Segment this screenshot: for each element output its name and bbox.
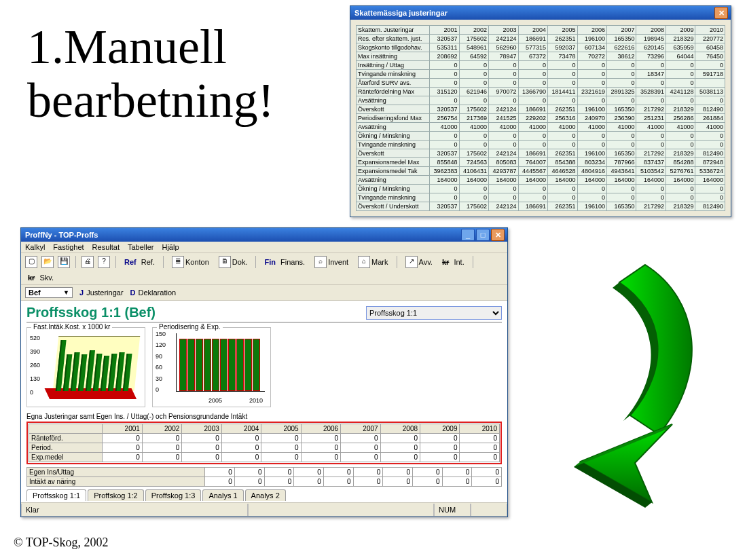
farm-selector[interactable]: Proffsskog 1:1 [366,306,502,320]
document-title: Proffsskog 1:1 (Bef) [26,305,156,320]
document-header: Proffsskog 1:1 (Bef) Proffsskog 1:1 [26,305,502,323]
dok-icon: 🗎 [219,256,231,268]
int-button[interactable]: kr Int. [439,257,467,267]
konton-button[interactable]: ≣Konton [169,255,212,269]
table-row: Insättning / Uttag0000000000 [357,61,725,70]
tab-1[interactable]: Proffskog 1:2 [88,489,144,501]
heading-line2: bearbetning! [27,73,274,128]
menu-resultat[interactable]: Resultat [92,243,120,251]
table-row: Max insättning20869264592789476737273478… [357,52,725,61]
table-row[interactable]: Intäkt av näring0000000000 [27,477,502,487]
table-row: Ökning / Minskning0000000000 [357,132,725,141]
table-row: Ökning / Minskning0000000000 [357,185,725,193]
tab-4[interactable]: Analys 2 [245,489,286,501]
table-row: Avsättning164000164000164000164000164000… [357,176,725,185]
window-proffny: ProffNy - TOP-Proffs _ □ ✕ KalkylFastigh… [20,227,508,517]
chart1-box: Fast.Intäk.Kost. x 1000 kr 0130260390520 [26,327,145,407]
save-icon[interactable]: 💾 [58,256,70,268]
chart1: 0130260390520 [30,329,142,404]
table-row: Överskott3205371756022421241866912623511… [357,149,725,158]
table-row: Överskott3205371756022421241866912623511… [357,105,725,114]
menu-fastighet[interactable]: Fastighet [53,243,84,251]
print-icon[interactable]: 🖨 [81,256,94,268]
table-row[interactable]: Egen Ins/Uttag0000000000 [27,468,502,477]
window1-title: ProffNy - TOP-Proffs [25,231,98,239]
income-grid[interactable]: Egen Ins/Uttag0000000000Intäkt av näring… [26,467,502,487]
table-row: Avsättning0000000000 [357,96,725,105]
table-row: Res. efter skattem. just.320537175602242… [357,35,725,43]
chevron-down-icon: ▼ [63,289,69,296]
tab-3[interactable]: Analys 1 [202,489,243,501]
dok-button[interactable]: 🗎Dok. [216,255,251,269]
table-row: Expansionsmedel Max855848724563805083764… [357,158,725,167]
mark-button[interactable]: ⌂Mark [355,255,390,269]
table-row: Avsättning410004100041000410004100041000… [357,123,725,132]
menu-tabeller[interactable]: Tabeller [128,243,154,251]
menu-kalkyl[interactable]: Kalkyl [25,243,45,251]
table-row: Räntefördelning Max315120621946970072136… [357,88,725,96]
slide-heading: 1.Manuell bearbetning! [27,20,274,128]
window2-title: Skattemässiga justeringar [354,9,448,17]
bef-combo[interactable]: Bef▼ [25,287,73,298]
help-icon[interactable]: ? [98,256,110,268]
finans-button[interactable]: Fin Finans. [261,257,308,267]
section-label: Egna Justeringar samt Egen Ins. / Uttag(… [26,413,502,420]
avv-button[interactable]: ↗Avv. [403,255,435,269]
green-arrow [543,258,720,516]
table-row: Expansionsmedel Tak396238341064314293787… [357,167,725,176]
table-row: Tvingande minskning0000000000 [357,193,725,202]
table-row[interactable]: Period.0000000000 [29,443,500,453]
close-button[interactable]: ✕ [491,229,505,241]
titlebar[interactable]: ProffNy - TOP-Proffs _ □ ✕ [21,228,507,242]
table-row[interactable]: Ränteförd.0000000000 [29,434,500,443]
titlebar[interactable]: Skattemässiga justeringar ✕ [350,6,731,20]
mark-icon: ⌂ [358,256,370,268]
highlighted-grid: 2001200220032004200520062007200820092010… [26,422,502,464]
menu-hjälp[interactable]: Hjälp [162,243,179,251]
tab-2[interactable]: Proffskog 1:3 [145,489,202,501]
open-icon[interactable]: 📂 [41,256,54,268]
menu-bar[interactable]: KalkylFastighetResultatTabellerHjälp [21,242,507,253]
chart2: 030609012015020052010 [156,329,268,404]
status-num: NUM [434,504,471,517]
toolbar: ▢ 📂 💾 🖨 ? Ref Ref. ≣Konton 🗎Dok. Fin Fin… [21,253,507,285]
table-row: Tvingande minskning0000000183470591718 [357,70,725,79]
table-row: Överskott / Underskott320537175602242124… [357,202,725,211]
table-row: Skogskonto tillgodohav.53531154896156296… [357,43,725,52]
tab-0[interactable]: Proffsskog 1:1 [26,489,86,501]
table-row: Återförd SURV avs.000000000 [357,79,725,88]
maximize-button[interactable]: □ [476,229,490,241]
status-text: Klar [21,504,248,517]
skv-button[interactable]: kr Skv. [25,273,56,282]
deklaration-button[interactable]: D Deklaration [130,288,177,297]
table-row: Tvingande minskning0000000000 [357,141,725,149]
avv-icon: ↗ [405,256,418,268]
ref-button[interactable]: Ref Ref. [122,257,158,267]
heading-line1: 1.Manuell [27,20,227,74]
sheet-tabs[interactable]: Proffsskog 1:1Proffskog 1:2Proffskog 1:3… [26,489,502,501]
status-bar: Klar NUM [21,502,507,517]
close-button[interactable]: ✕ [714,7,728,19]
konton-icon: ≣ [172,256,184,268]
chart2-box: Periodisering & Exp. 0306090120150200520… [152,327,271,407]
window-skattejusteringar: Skattemässiga justeringar ✕ Skattem. Jus… [350,5,731,217]
minimize-button[interactable]: _ [461,229,475,241]
table-row: Periodiseringsfond Max256754217369241525… [357,114,725,123]
copyright: © TOP-Skog, 2002 [14,536,109,550]
new-icon[interactable]: ▢ [25,256,37,268]
tax-adjustments-table: Skattem. Justeringar20012002200320042005… [356,25,725,211]
toolbar-row2: Bef▼ J Justeringar D Deklaration [21,285,507,301]
invent-button[interactable]: ⌕Invent [312,255,351,269]
invent-icon: ⌕ [314,256,327,268]
justeringar-button[interactable]: J Justeringar [79,288,124,297]
adjustments-grid[interactable]: 2001200220032004200520062007200820092010… [29,424,500,462]
table-row[interactable]: Exp.medel0000000000 [29,453,500,462]
